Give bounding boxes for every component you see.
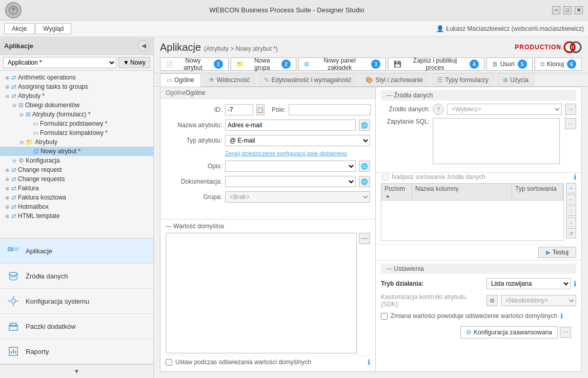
mode-info-icon[interactable]: ℹ: [574, 280, 576, 288]
tree-item[interactable]: ⊖ ⇄ Atrybuty *: [0, 91, 153, 101]
refresh-info-icon[interactable]: ℹ: [560, 312, 563, 320]
sidebar-nav-aplikacje[interactable]: Aplikacje: [0, 238, 153, 264]
tree-item[interactable]: ⊖ ⊞ Obiegi dokumentów: [0, 101, 153, 110]
type-select[interactable]: @ E-mail: [225, 135, 370, 146]
flow-icon: ⇄: [11, 185, 16, 192]
sort-remove-btn[interactable]: −: [566, 194, 576, 205]
desc-extra-btn[interactable]: 🌐: [359, 161, 370, 172]
tree-item-selected[interactable]: @ Nowy atrybut *: [0, 147, 153, 156]
ds-select[interactable]: <Wybierz>: [447, 104, 562, 115]
doc-input[interactable]: [225, 176, 356, 187]
tree-item[interactable]: ▭ Formularz podstawowy *: [0, 119, 153, 128]
flow-icon: ⇄: [11, 194, 16, 201]
tree-label: Change request: [18, 166, 62, 173]
clone-btn[interactable]: ⧉ Klonuj 6: [535, 57, 582, 71]
default-textarea[interactable]: [166, 233, 357, 353]
tab-styl[interactable]: 🎨 Styl i zachowanie: [359, 73, 430, 86]
adv-extra-btn[interactable]: ⋯: [560, 327, 571, 338]
sidebar-title: Aplikacje: [4, 42, 33, 50]
app-select[interactable]: Application *: [3, 57, 116, 68]
delete-btn[interactable]: 🗑 Usuń 5: [486, 57, 533, 71]
tree-item[interactable]: ⊕ ⇄ Change requests: [0, 174, 153, 184]
tab-typy[interactable]: ☰ Typy formularzy: [431, 73, 495, 86]
pole-input[interactable]: [289, 104, 371, 115]
tree-item[interactable]: ▭ Formularz kompaktowy *: [0, 128, 153, 137]
tree-item[interactable]: ⊖ ⚙ Konfiguracja: [0, 156, 153, 165]
wyglad-button[interactable]: Wygląd: [35, 23, 71, 34]
adv-config-btn[interactable]: ⚙ Konfiguracja zaawansowana: [460, 326, 558, 339]
tab-label: Ogólne: [174, 76, 194, 84]
overwrite-info-icon[interactable]: ℹ: [574, 173, 576, 181]
more-options-btn[interactable]: ⋯: [359, 233, 370, 244]
doc-extra-btn[interactable]: 🌐: [359, 176, 370, 187]
maximize-btn[interactable]: □: [563, 6, 572, 14]
name-input[interactable]: [225, 120, 356, 131]
tree-label: Nowy atrybut *: [40, 148, 80, 155]
sort-add-btn[interactable]: +: [566, 183, 576, 193]
tab-uzycia[interactable]: ⊕ Użycia: [496, 73, 535, 86]
sidebar-nav-system[interactable]: Konfiguracja systemu: [0, 289, 153, 314]
tree-item[interactable]: ⊖ ⊞ Atrybuty (formularz) *: [0, 110, 153, 119]
name-label: Nazwa atrybutu:: [166, 122, 222, 129]
play-icon: ▶: [546, 249, 551, 256]
new-panel-btn[interactable]: ⊞ Nowy panel zakładek 3: [298, 57, 386, 71]
sidebar-tree: ⊕ ⇄ Arithmetic operations ⊕ ⇄ Assigning …: [0, 71, 153, 238]
mode-select[interactable]: Lista rozwijana: [486, 278, 571, 289]
tree-item[interactable]: ⊖ 📁 Atrybuty: [0, 137, 153, 147]
tree-label: Atrybuty: [35, 138, 57, 146]
sort-up-btn[interactable]: ↑: [566, 206, 576, 216]
new-btn[interactable]: ▼ Nowy: [118, 57, 150, 68]
level-col-label: Poziom: [384, 185, 405, 192]
expand-icon: ⊖: [11, 103, 17, 108]
tab-icon: ▭: [167, 76, 172, 84]
menu-bar: Akcje Wygląd 👤 Łukasz Maciaszkiewicz (we…: [0, 21, 588, 37]
refresh-checkbox[interactable]: [166, 359, 172, 366]
tab-ogolne[interactable]: ▭ Ogólne: [160, 73, 201, 87]
tree-item[interactable]: ⊕ ⇄ Assigning tasks to groups: [0, 82, 153, 91]
window-title: WEBCON Business Process Suite - Designer…: [209, 6, 364, 14]
tree-item[interactable]: ⊕ ⇄ HTML template: [0, 211, 153, 221]
sdk-icon-btn[interactable]: ⚙: [486, 295, 498, 306]
sort-refresh-btn[interactable]: ↺: [566, 228, 576, 238]
tree-item[interactable]: ⊕ ⇄ Hotmailbox: [0, 202, 153, 211]
sidebar-nav-datasource[interactable]: Źródła danych: [0, 264, 153, 289]
pole-label: Pole:: [272, 106, 286, 113]
minimize-btn[interactable]: ─: [552, 6, 560, 14]
tree-item[interactable]: ⊕ ⇄ Faktura kosztowa: [0, 193, 153, 202]
sidebar-nav-reports[interactable]: Raporty: [0, 339, 153, 364]
new-group-btn[interactable]: 📁 Nowa grupa 2: [231, 57, 296, 71]
name-extra-btn[interactable]: 🌐: [359, 120, 370, 131]
datasource-section: — Źródła danych Źródło danych: ? <Wybier…: [376, 87, 581, 173]
sort-down-btn[interactable]: ↓: [566, 217, 576, 227]
sql-textarea[interactable]: [433, 118, 560, 164]
tree-item[interactable]: ⊕ ⇄ Arithmetic operations: [0, 73, 153, 82]
form-body: ID: 📋 Pole: Nazwa atrybutu: 🌐 Typ: [160, 99, 375, 219]
id-copy-btn[interactable]: 📋: [256, 104, 265, 115]
sidebar-back-btn[interactable]: ◀: [138, 40, 149, 51]
tab-edytowalnosc[interactable]: ✎ Edytowalność i wymagalność: [257, 73, 358, 86]
tab-label: Widoczność: [217, 76, 250, 84]
akcje-button[interactable]: Akcje: [4, 23, 34, 34]
sidebar-nav-packages[interactable]: Paczki dodatków: [0, 314, 153, 339]
overwrite-sort-checkbox[interactable]: [382, 174, 389, 181]
refresh-setting-checkbox[interactable]: [381, 313, 388, 320]
sdk-select[interactable]: <Nieokreślony>: [501, 295, 576, 306]
tab-widocznosc[interactable]: 👁 Widoczność: [202, 73, 257, 86]
close-btn[interactable]: ✕: [575, 6, 583, 14]
sql-options-btn[interactable]: ⋯: [565, 118, 576, 129]
tree-item[interactable]: ⊕ ⇄ Faktura: [0, 184, 153, 193]
inherit-link[interactable]: Zerwij dziedziczenie konfiguracji pola g…: [225, 150, 347, 156]
num-badge-2: 2: [281, 59, 291, 69]
new-attribute-btn[interactable]: 📄 Nowy atrybut 1: [160, 57, 229, 71]
test-btn[interactable]: ▶ Testuj: [538, 247, 576, 258]
group-select[interactable]: <Brak>: [225, 191, 370, 203]
tree-item[interactable]: ⊕ ⇄ Change request: [0, 165, 153, 174]
save-publish-btn[interactable]: 💾 Zapisz i publikuj proces 4: [388, 57, 484, 71]
id-input[interactable]: [225, 104, 253, 115]
ds-arrow-btn[interactable]: →: [565, 104, 576, 115]
collapse-btn[interactable]: ▼: [0, 364, 153, 378]
info-icon[interactable]: ℹ: [368, 358, 370, 366]
desc-input[interactable]: [225, 161, 356, 172]
ds-label: Źródło danych:: [381, 106, 430, 113]
help-btn[interactable]: ?: [433, 104, 444, 115]
